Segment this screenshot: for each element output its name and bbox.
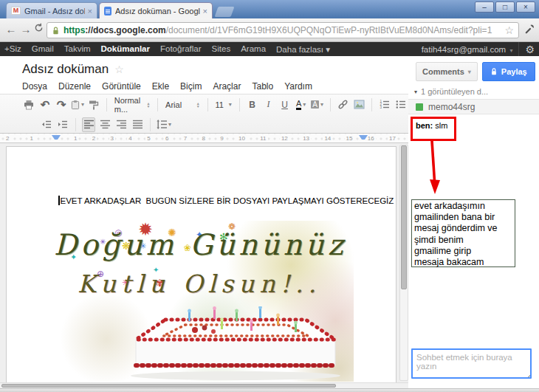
ruler-number: 5 bbox=[145, 135, 151, 142]
browser-toolbar: ← → https://docs.google.com/document/d/1… bbox=[0, 18, 539, 42]
viewers-toggle[interactable]: ▾1 görüntüleyen d... bbox=[414, 87, 488, 96]
chrome-menu-button[interactable] bbox=[524, 24, 535, 35]
highlight-color-button[interactable]: A▾ bbox=[311, 97, 324, 112]
align-center-icon bbox=[100, 120, 110, 129]
font-size-dropdown[interactable]: 11▾ bbox=[212, 100, 234, 109]
ruler-number: 1 bbox=[72, 135, 78, 142]
browser-tab-gmail[interactable]: M Gmail - Adsız doküman (fatih4 × bbox=[6, 2, 97, 18]
web-clipboard-button[interactable]: ▾ bbox=[71, 97, 84, 112]
secure-lock-icon bbox=[52, 26, 60, 35]
align-left-button[interactable] bbox=[82, 117, 95, 132]
star-document-icon[interactable]: ☆ bbox=[114, 63, 124, 75]
right-indent-marker[interactable] bbox=[359, 135, 368, 140]
google-bar-item[interactable]: Gmail bbox=[32, 44, 54, 55]
chat-user-row[interactable]: memo44srg bbox=[408, 99, 539, 114]
print-button[interactable] bbox=[22, 97, 35, 112]
reload-button[interactable] bbox=[34, 23, 47, 32]
vertical-scrollbar[interactable] bbox=[399, 145, 408, 381]
updown-arrows-icon bbox=[146, 102, 150, 108]
indent-icon bbox=[58, 120, 68, 129]
comments-button[interactable]: Comments▾ bbox=[416, 62, 478, 81]
document-page[interactable]: EVET ARKADAŞLAR BUGÜN SİZLERE BİR DOSYAY… bbox=[6, 146, 396, 382]
link-icon bbox=[337, 100, 349, 110]
google-bar-item[interactable]: Fotoğraflar bbox=[160, 44, 202, 55]
reload-icon bbox=[34, 23, 44, 32]
annotation-arrow bbox=[426, 141, 444, 196]
numbered-list-button[interactable]: 123 bbox=[378, 97, 391, 112]
window-controls: – □ × bbox=[475, 1, 535, 13]
browser-tab-docs[interactable]: Adsız doküman - Google Dokün × bbox=[99, 2, 213, 18]
outdent-button[interactable] bbox=[40, 117, 53, 132]
clipboard-icon bbox=[71, 100, 80, 110]
forward-button[interactable]: → bbox=[19, 23, 32, 35]
chevron-down-icon: ▾ bbox=[509, 47, 512, 54]
url-path: /document/d/1VF6mG19tH9X6UQPQNqOTiEwP-ny… bbox=[166, 25, 502, 35]
indent-button[interactable] bbox=[56, 117, 69, 132]
google-bar-item[interactable]: Arama bbox=[241, 44, 266, 55]
insert-image-button[interactable] bbox=[352, 97, 365, 112]
tab-close-icon[interactable]: × bbox=[88, 7, 92, 16]
ruler-left-numbers: 21 bbox=[4, 135, 35, 142]
paint-format-button[interactable] bbox=[87, 97, 100, 112]
google-bar-item[interactable]: Takvim bbox=[64, 44, 91, 55]
document-title[interactable]: Adsız doküman☆ bbox=[22, 62, 124, 77]
undo-button[interactable]: ↶ bbox=[38, 97, 52, 112]
birthday-image[interactable]: ✹◎✳❋✦✺✳❀✻❁✦⊕✳✾✦ Doğum Gününüz Kutlu Olsu… bbox=[51, 221, 354, 382]
url-bar[interactable]: https://docs.google.com/document/d/1VF6m… bbox=[47, 22, 519, 38]
tab-close-icon[interactable]: × bbox=[203, 7, 207, 16]
google-bar-item[interactable]: Sites bbox=[212, 44, 231, 55]
menu-item[interactable]: Ekle bbox=[152, 81, 169, 92]
close-button[interactable]: × bbox=[516, 1, 535, 13]
italic-button[interactable]: I bbox=[262, 97, 275, 112]
left-indent-marker[interactable] bbox=[52, 135, 61, 140]
gear-icon[interactable]: ⚙ bbox=[525, 44, 535, 55]
tab-title: Gmail - Adsız doküman (fatih4 bbox=[24, 7, 85, 16]
redo-button[interactable]: ↷ bbox=[55, 97, 68, 112]
google-bar: +SizGmailTakvimDokümanlarFotoğraflarSite… bbox=[0, 42, 539, 56]
align-right-button[interactable] bbox=[114, 117, 128, 132]
chevron-down-icon: ▾ bbox=[81, 101, 84, 108]
toolbar-row-1: ↶ ↷ ▾ Normal m... Arial 11▾ B I U A▾ A▾ bbox=[0, 94, 409, 114]
ruler-number: 2 bbox=[4, 135, 10, 142]
chat-input[interactable] bbox=[411, 348, 532, 379]
divider bbox=[518, 42, 519, 56]
maximize-button[interactable]: □ bbox=[495, 1, 515, 13]
divider bbox=[330, 98, 331, 111]
google-bar-item[interactable]: Dokümanlar bbox=[101, 44, 150, 55]
window-titlebar: M Gmail - Adsız doküman (fatih4 × Adsız … bbox=[0, 0, 539, 18]
text-color-icon: A bbox=[296, 100, 301, 110]
ruler-number: 14 bbox=[323, 135, 332, 142]
text-color-button[interactable]: A▾ bbox=[295, 97, 308, 112]
google-bar-item[interactable]: +Siz bbox=[4, 44, 21, 55]
bold-button[interactable]: B bbox=[246, 97, 259, 112]
bullet-list-button[interactable] bbox=[394, 97, 408, 112]
bookmark-star-icon[interactable]: ☆ bbox=[504, 24, 514, 36]
menu-item[interactable]: Görüntüle bbox=[102, 81, 141, 92]
align-center-button[interactable] bbox=[98, 117, 111, 132]
share-button[interactable]: Paylaş bbox=[482, 62, 535, 81]
ruler-number: 1 bbox=[28, 135, 34, 142]
account-email[interactable]: fatih44srg@gmail.com ▾ bbox=[422, 45, 513, 54]
menu-item[interactable]: Tablo bbox=[252, 81, 273, 92]
menu-item[interactable]: Düzenle bbox=[58, 81, 91, 92]
vertical-scrollbar-thumb[interactable] bbox=[401, 145, 407, 289]
minimize-button[interactable]: – bbox=[475, 1, 494, 13]
menu-item[interactable]: Dosya bbox=[22, 81, 47, 92]
menu-item[interactable]: Biçim bbox=[180, 81, 202, 92]
ruler[interactable]: 21 1234567891011121314151617 bbox=[0, 134, 409, 143]
new-tab-button[interactable] bbox=[214, 7, 234, 17]
insert-link-button[interactable] bbox=[336, 97, 349, 112]
font-dropdown[interactable]: Arial bbox=[162, 100, 203, 109]
google-bar-item[interactable]: Daha fazlası ▾ bbox=[276, 44, 330, 55]
horizontal-scrollbar[interactable] bbox=[0, 382, 409, 388]
underline-button[interactable]: U bbox=[278, 97, 292, 112]
horizontal-scrollbar-thumb[interactable] bbox=[1, 384, 336, 388]
menu-item[interactable]: Araçlar bbox=[213, 81, 241, 92]
justify-button[interactable] bbox=[131, 117, 144, 132]
line-spacing-button[interactable]: ▾ bbox=[157, 117, 171, 132]
style-dropdown[interactable]: Normal m... bbox=[111, 96, 154, 114]
highlight-icon: A bbox=[311, 100, 319, 109]
back-button[interactable]: ← bbox=[4, 23, 18, 35]
bottom-edge-strip bbox=[0, 388, 539, 392]
menu-item[interactable]: Yardım bbox=[284, 81, 312, 92]
